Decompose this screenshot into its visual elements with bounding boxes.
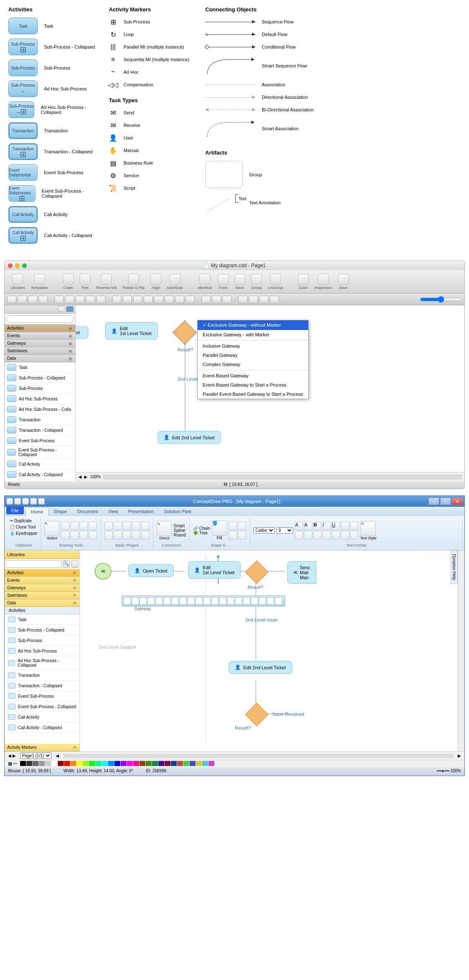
menu-item[interactable]: ✓ Exclusive Gateway - without Marker bbox=[198, 320, 308, 330]
toolbar-group[interactable]: Group bbox=[250, 273, 264, 291]
win-canvas[interactable]: ✉ 👤 Open Ticket 👤 Edit 1st Level Ticket … bbox=[80, 550, 464, 751]
lib-category-data[interactable]: Data✕ bbox=[5, 599, 80, 607]
toolbar-ungroup[interactable]: UnGroup bbox=[266, 273, 285, 291]
shape-gallery-item[interactable] bbox=[171, 597, 179, 605]
menu-item[interactable]: Parallel Event-Based Gateway to Start a … bbox=[198, 389, 308, 399]
color-swatch[interactable] bbox=[209, 761, 214, 766]
sidebar-category-swimlanes[interactable]: Swimlanes⊗ bbox=[5, 347, 75, 355]
lib-category-events[interactable]: Events✕ bbox=[5, 577, 80, 584]
color-swatch[interactable] bbox=[152, 761, 158, 766]
shape-gallery-item[interactable] bbox=[267, 597, 274, 605]
lib-category-bottom[interactable]: Activity Markers✕ bbox=[5, 744, 80, 751]
shape-gallery-item[interactable] bbox=[139, 597, 147, 605]
toolbar-inspectors[interactable]: Inspectors bbox=[313, 273, 334, 291]
menu-item[interactable]: Exclusive Gateway - with Marker bbox=[198, 330, 308, 339]
font-select[interactable]: Calibri bbox=[253, 527, 275, 534]
sidebar-item[interactable]: Event Sub-Process - Collapsed bbox=[5, 446, 75, 459]
maximize-button[interactable]: □ bbox=[440, 498, 451, 505]
lib-item[interactable]: Event Sub-Process - Collapsed bbox=[5, 701, 80, 712]
shape-gallery-item[interactable] bbox=[259, 597, 266, 605]
select-button[interactable]: ↖ bbox=[44, 521, 59, 536]
toolbar-rotate---flip[interactable]: Rotate & Flip bbox=[121, 273, 146, 291]
color-swatch[interactable] bbox=[26, 761, 32, 766]
shape-gallery-item[interactable] bbox=[147, 597, 155, 605]
mac-canvas[interactable]: ket 👤 Edit 1st Level Ticket Result? 2nd … bbox=[76, 305, 464, 481]
color-swatch[interactable] bbox=[127, 761, 133, 766]
color-swatch[interactable] bbox=[165, 761, 170, 766]
shape-gallery-item[interactable] bbox=[243, 597, 250, 605]
sidebar-item[interactable]: Sub-Process bbox=[5, 383, 75, 394]
zoom-slider[interactable] bbox=[420, 296, 462, 303]
sidebar-item[interactable]: Transaction - Collapsed bbox=[5, 425, 75, 436]
shape-gallery-bar[interactable] bbox=[122, 596, 285, 606]
lib-item[interactable]: Call Activity - Collapsed bbox=[5, 722, 80, 733]
color-swatch[interactable] bbox=[52, 761, 57, 766]
ribbon-tab-solution-park[interactable]: Solution Park bbox=[159, 507, 196, 516]
color-swatch[interactable] bbox=[70, 761, 76, 766]
lib-item[interactable]: Transaction bbox=[5, 670, 80, 681]
color-swatch[interactable] bbox=[133, 761, 139, 766]
lib-item[interactable]: Transaction - Collapsed bbox=[5, 681, 80, 691]
color-swatch[interactable] bbox=[33, 761, 39, 766]
shape-gallery-item[interactable] bbox=[195, 597, 203, 605]
sidebar-category-events[interactable]: Events⊗ bbox=[5, 332, 75, 340]
ribbon-tab-shape[interactable]: Shape bbox=[49, 507, 72, 516]
lib-item[interactable]: Event Sub-Process bbox=[5, 691, 80, 701]
ribbon-tab-presentation[interactable]: Presentation bbox=[123, 507, 159, 516]
color-swatch[interactable] bbox=[177, 761, 183, 766]
toolbar-templates[interactable]: Templates bbox=[29, 273, 50, 291]
color-swatch[interactable] bbox=[196, 761, 202, 766]
shape-gallery-item[interactable] bbox=[235, 597, 242, 605]
color-swatch[interactable] bbox=[183, 761, 189, 766]
ribbon-tab-home[interactable]: Home bbox=[26, 507, 49, 516]
shape-gallery-item[interactable] bbox=[155, 597, 163, 605]
toolbar-reverse-link[interactable]: Reverse link bbox=[95, 273, 119, 291]
close-button[interactable] bbox=[8, 263, 13, 268]
lib-search-input[interactable] bbox=[6, 560, 62, 568]
sidebar-item[interactable]: Call Activity bbox=[5, 459, 75, 469]
tool-button[interactable] bbox=[7, 296, 16, 303]
color-swatch[interactable] bbox=[171, 761, 177, 766]
color-swatch[interactable] bbox=[202, 761, 208, 766]
gateway-selected[interactable] bbox=[173, 321, 197, 345]
shape-gallery-item[interactable] bbox=[227, 597, 234, 605]
sidebar-category-gateways[interactable]: Gateways⊗ bbox=[5, 340, 75, 347]
lib-category-gateways[interactable]: Gateways✕ bbox=[5, 584, 80, 592]
color-swatch[interactable] bbox=[64, 761, 70, 766]
toolbar-front[interactable]: Front bbox=[216, 273, 230, 291]
node-partial[interactable]: ket bbox=[76, 326, 88, 339]
sidebar-category-data[interactable]: Data⊗ bbox=[5, 355, 75, 362]
page-select[interactable]: Page1 (1/1) bbox=[20, 753, 52, 759]
lib-category-activities[interactable]: Activities✕ bbox=[5, 569, 80, 577]
toolbar-libraries[interactable]: Libraries bbox=[9, 273, 27, 291]
minimize-button[interactable] bbox=[15, 263, 20, 268]
sidebar-search-input[interactable] bbox=[6, 315, 74, 322]
fill-button[interactable]: 🪣 bbox=[212, 521, 227, 536]
shape-gallery-item[interactable] bbox=[211, 597, 219, 605]
start-event[interactable]: ✉ bbox=[95, 563, 111, 580]
lib-item[interactable]: Sub-Process bbox=[5, 635, 80, 646]
node-edit-1st-level[interactable]: 👤 Edit 1st Level Ticket bbox=[188, 561, 241, 579]
color-swatch[interactable] bbox=[108, 761, 114, 766]
ribbon-tab-view[interactable]: View bbox=[103, 507, 123, 516]
font-size-select[interactable]: 9 bbox=[276, 527, 293, 534]
lib-item[interactable]: Sub-Process - Collapsed bbox=[5, 625, 80, 635]
lib-item[interactable]: Call Activity bbox=[5, 712, 80, 722]
close-button[interactable]: ✕ bbox=[452, 498, 463, 505]
color-swatch[interactable] bbox=[58, 761, 64, 766]
sidebar-category-activities[interactable]: Activities⊗ bbox=[5, 325, 75, 332]
menu-item[interactable]: Inclusive Gateway bbox=[198, 341, 308, 351]
color-swatch[interactable] bbox=[20, 761, 26, 766]
color-swatch[interactable] bbox=[95, 761, 101, 766]
color-swatch[interactable] bbox=[102, 761, 108, 766]
shape-gallery-item[interactable] bbox=[203, 597, 211, 605]
toolbar-save[interactable]: Save bbox=[336, 273, 350, 291]
menu-item[interactable]: Complex Gateway bbox=[198, 360, 308, 369]
sidebar-item[interactable]: Task bbox=[5, 362, 75, 373]
node-edit-2nd-level[interactable]: 👤 Edit 2nd Level Ticket bbox=[229, 661, 292, 674]
vertical-scrollbar[interactable] bbox=[458, 550, 464, 751]
shape-gallery-item[interactable] bbox=[219, 597, 227, 605]
menu-item[interactable]: Event-Based Gateway to Start a Process bbox=[198, 380, 308, 389]
lib-item[interactable]: Ad Hoc Sub-Process bbox=[5, 646, 80, 656]
color-swatch[interactable] bbox=[39, 761, 45, 766]
